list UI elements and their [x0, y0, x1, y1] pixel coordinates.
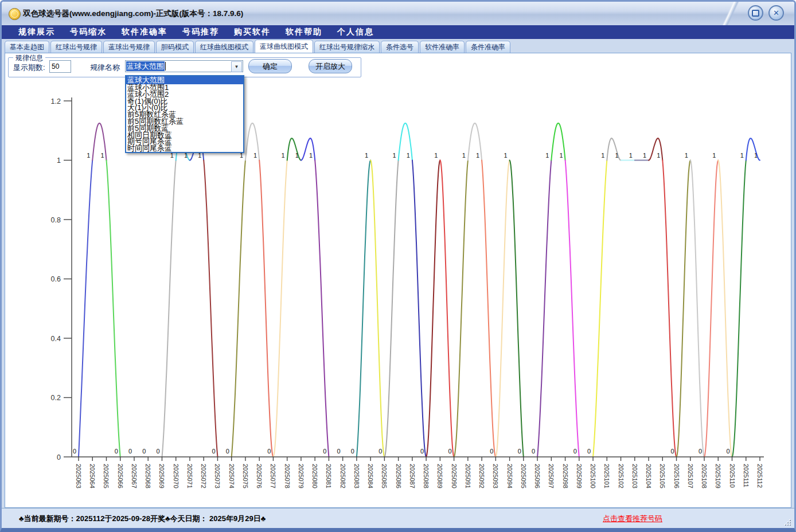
periods-label: 显示期数:: [13, 62, 45, 73]
maximize-icon: [752, 10, 759, 17]
resize-grip[interactable]: [784, 519, 791, 526]
tab[interactable]: 胆码模式: [156, 41, 194, 53]
dropdown-option[interactable]: 时间同尾杀蓝: [126, 145, 243, 152]
periods-input[interactable]: [49, 60, 71, 73]
rule-name-label: 规律名称: [90, 62, 120, 73]
tab[interactable]: 软件准确率: [420, 41, 465, 53]
menu-item[interactable]: 购买软件: [227, 27, 278, 37]
tab[interactable]: 条件选号: [381, 41, 419, 53]
tab[interactable]: 条件准确率: [466, 41, 510, 53]
tab[interactable]: 基本走趋图: [5, 41, 49, 53]
window-title: 双色球选号器(www.edengjiang.com)-正式版(版本号：18.7.…: [23, 9, 243, 19]
menu-item[interactable]: 软件准确率: [114, 27, 175, 37]
rule-combobox[interactable]: 蓝球大范围 ▼: [125, 60, 243, 72]
content-panel: [5, 53, 791, 508]
menu-bar: 规律展示号码缩水软件准确率号码推荐购买软件软件帮助个人信息: [2, 25, 794, 39]
title-bar: 双色球选号器(www.edengjiang.com)-正式版(版本号：18.7.…: [2, 2, 794, 25]
titlebar-decoration: [707, 2, 753, 25]
menu-item[interactable]: 规律展示: [11, 27, 63, 37]
groupbox-title: 规律信息: [13, 53, 45, 63]
menu-item[interactable]: 号码推荐: [175, 27, 227, 37]
maximize-button[interactable]: [748, 5, 763, 21]
chevron-down-icon[interactable]: ▼: [231, 61, 242, 72]
confirm-button[interactable]: 确定: [248, 59, 292, 73]
text-caret: [165, 62, 166, 71]
status-text: ♣当前最新期号：2025112于2025-09-28开奖♣今天日期： 2025年…: [19, 514, 266, 524]
combobox-selected-value: 蓝球大范围: [126, 61, 165, 71]
tab[interactable]: 蓝球曲线图模式: [255, 40, 313, 53]
close-icon: ✕: [773, 9, 779, 17]
tab[interactable]: 红球出号规律: [50, 41, 102, 53]
recommend-numbers-link[interactable]: 点击查看推荐号码: [603, 514, 662, 524]
status-bar: ♣当前最新期号：2025112于2025-09-28开奖♣今天日期： 2025年…: [2, 508, 794, 529]
close-button[interactable]: ✕: [768, 5, 784, 21]
app-logo-icon: [9, 8, 21, 20]
rule-info-groupbox: 规律信息 显示期数: 规律名称 蓝球大范围 ▼ 确定 开启放大: [8, 57, 361, 77]
menu-item[interactable]: 软件帮助: [278, 27, 330, 37]
menu-item[interactable]: 号码缩水: [63, 27, 114, 37]
tab[interactable]: 红球曲线图模式: [195, 41, 253, 53]
tab[interactable]: 蓝球出号规律: [103, 41, 155, 53]
zoom-toggle-button[interactable]: 开启放大: [309, 59, 352, 73]
rule-dropdown: 蓝球大范围蓝球小范围1蓝球小范围2奇(1)偶(0)比大(1)小(0)比前5期数红…: [125, 75, 244, 153]
menu-item[interactable]: 个人信息: [330, 27, 381, 37]
tab-strip: 基本走趋图红球出号规律蓝球出号规律胆码模式红球曲线图模式蓝球曲线图模式红球出号规…: [2, 39, 794, 53]
tab[interactable]: 红球出号规律缩水: [314, 41, 380, 53]
